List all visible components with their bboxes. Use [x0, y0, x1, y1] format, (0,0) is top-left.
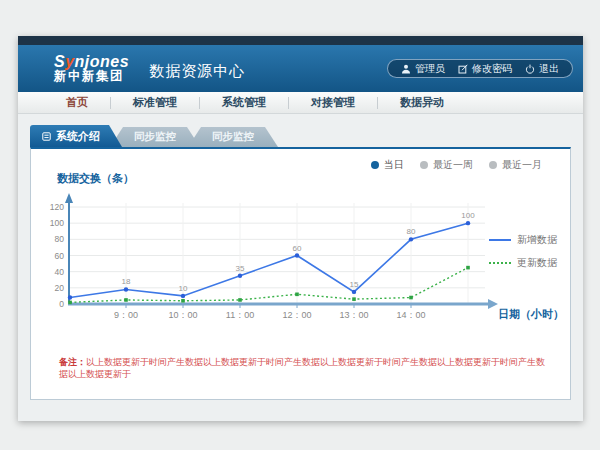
tab-bar: 系统介绍 同步监控 同步监控 [30, 125, 278, 147]
nav-item-interface-mgmt[interactable]: 对接管理 [289, 95, 377, 110]
logo-swoosh: y [65, 53, 74, 70]
radio-option-today[interactable]: 当日 [371, 158, 404, 172]
nav-item-data-change[interactable]: 数据异动 [378, 95, 466, 110]
logo-wordmark: Synjones [54, 54, 129, 71]
svg-text:80: 80 [407, 227, 416, 236]
svg-text:40: 40 [55, 267, 65, 277]
logo-subtitle: 新中新集团 [54, 70, 129, 83]
legend-label: 新增数据 [517, 233, 557, 247]
user-menu: 管理员 修改密码 退出 [387, 59, 573, 78]
tab-system-intro[interactable]: 系统介绍 [30, 125, 122, 147]
svg-text:100: 100 [50, 218, 64, 228]
nav-item-system-mgmt[interactable]: 系统管理 [200, 95, 288, 110]
radio-label: 当日 [384, 158, 404, 172]
top-dark-strip [18, 36, 583, 45]
nav-item-home[interactable]: 首页 [44, 95, 110, 110]
svg-text:60: 60 [293, 244, 302, 253]
company-logo: Synjones 新中新集团 [54, 54, 129, 84]
svg-text:60: 60 [55, 251, 65, 261]
radio-option-last-week[interactable]: 最近一周 [420, 158, 473, 172]
radio-label: 最近一月 [502, 158, 542, 172]
footnote-text: 以上数据更新于时间产生数据以上数据更新于时间产生数据以上数据更新于时间产生数据以… [59, 357, 545, 379]
edit-icon [458, 64, 468, 74]
svg-text:20: 20 [55, 283, 65, 293]
logout-button[interactable]: 退出 [525, 62, 559, 76]
svg-text:11：00: 11：00 [226, 310, 254, 320]
radio-dot-icon [420, 161, 428, 169]
app-window: Synjones 新中新集团 数据资源中心 管理员 修改密码 退出 [18, 36, 583, 421]
change-password-button[interactable]: 修改密码 [458, 62, 512, 76]
legend-line-sample [489, 262, 511, 264]
tab-label: 系统介绍 [56, 129, 100, 144]
tab-sync-monitor-1[interactable]: 同步监控 [110, 127, 200, 147]
tab-sync-monitor-2[interactable]: 同步监控 [188, 127, 278, 147]
app-header: Synjones 新中新集团 数据资源中心 管理员 修改密码 退出 [18, 45, 583, 92]
footnote: 备注：以上数据更新于时间产生数据以上数据更新于时间产生数据以上数据更新于时间产生… [59, 356, 549, 380]
main-nav: 首页 标准管理 系统管理 对接管理 数据异动 [18, 92, 583, 114]
change-password-label: 修改密码 [472, 62, 512, 76]
user-icon [401, 64, 411, 74]
footnote-prefix: 备注： [59, 357, 86, 367]
user-account-button[interactable]: 管理员 [401, 62, 445, 76]
legend-item-updated-data[interactable]: 更新数据 [489, 256, 557, 270]
y-axis-title: 数据交换（条） [57, 171, 134, 186]
svg-text:0: 0 [59, 299, 64, 309]
radio-label: 最近一周 [433, 158, 473, 172]
logout-label: 退出 [539, 62, 559, 76]
chart-panel: 当日 最近一周 最近一月 数据交换（条） 0204060801001209：00… [30, 147, 571, 400]
chart-legend: 新增数据 更新数据 [489, 233, 557, 270]
legend-item-new-data[interactable]: 新增数据 [489, 233, 557, 247]
screen: Synjones 新中新集团 数据资源中心 管理员 修改密码 退出 [0, 0, 600, 450]
document-icon [42, 132, 51, 141]
x-axis-title: 日期（小时） [498, 307, 564, 322]
tab-label: 同步监控 [134, 130, 176, 144]
period-filter: 当日 最近一周 最近一月 [371, 158, 542, 172]
svg-text:9：00: 9：00 [114, 310, 138, 320]
page-title: 数据资源中心 [149, 56, 245, 81]
svg-text:12：00: 12：00 [282, 310, 311, 320]
svg-text:14：00: 14：00 [396, 310, 425, 320]
svg-text:35: 35 [236, 264, 245, 273]
svg-text:13：00: 13：00 [339, 310, 368, 320]
svg-text:18: 18 [122, 277, 131, 286]
legend-label: 更新数据 [517, 256, 557, 270]
svg-text:120: 120 [50, 202, 64, 212]
svg-text:80: 80 [55, 234, 65, 244]
svg-text:10：00: 10：00 [168, 310, 197, 320]
svg-text:100: 100 [461, 211, 475, 220]
svg-text:10: 10 [179, 284, 188, 293]
radio-option-last-month[interactable]: 最近一月 [489, 158, 542, 172]
power-icon [525, 64, 535, 74]
radio-dot-icon [489, 161, 497, 169]
radio-dot-icon [371, 161, 379, 169]
tab-label: 同步监控 [212, 130, 254, 144]
legend-line-sample [489, 239, 511, 241]
nav-item-standard-mgmt[interactable]: 标准管理 [111, 95, 199, 110]
user-label: 管理员 [415, 62, 445, 76]
line-chart: 0204060801001209：0010：0011：0012：0013：001… [49, 187, 511, 329]
svg-text:15: 15 [350, 280, 359, 289]
